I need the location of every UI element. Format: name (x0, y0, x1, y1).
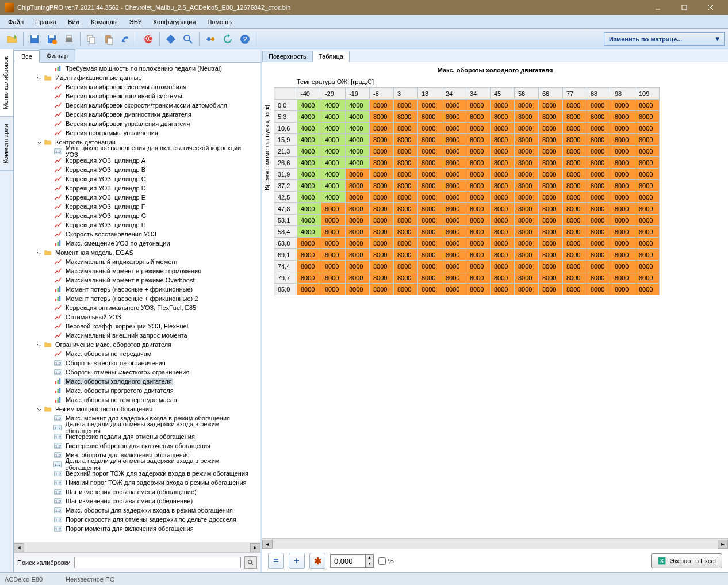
data-cell[interactable]: 8000 (466, 238, 491, 249)
data-cell[interactable]: 8000 (321, 249, 346, 261)
equal-button[interactable]: = (268, 553, 284, 569)
tree-item[interactable]: Версия калибровок скорости/трансмиссии а… (14, 101, 260, 110)
data-cell[interactable]: 8000 (515, 249, 539, 261)
data-cell[interactable]: 8000 (515, 146, 539, 157)
tree-item[interactable]: 1.2Шаг изменения состава смеси (обеднени… (14, 496, 260, 506)
data-cell[interactable]: 8000 (587, 192, 611, 203)
data-cell[interactable]: 8000 (394, 180, 418, 192)
data-cell[interactable]: 8000 (418, 215, 442, 226)
data-cell[interactable]: 8000 (539, 134, 563, 146)
data-cell[interactable]: 8000 (539, 249, 563, 261)
tree-item[interactable]: Коррекция УОЗ, цилиндр D (14, 183, 260, 193)
tree-item[interactable]: Весовой коэфф. коррекции УОЗ, FlexFuel (14, 322, 260, 331)
data-cell[interactable]: 8000 (394, 284, 418, 295)
row-header[interactable]: 37,2 (274, 180, 297, 192)
data-cell[interactable]: 8000 (587, 169, 611, 180)
tree-item[interactable]: Версия калибровок системы автомобиля (14, 82, 260, 91)
data-cell[interactable]: 8000 (466, 249, 491, 261)
data-cell[interactable]: 8000 (515, 169, 539, 180)
tree-item[interactable]: Момент потерь (насосные + фрикционные) (14, 285, 260, 294)
settings-button[interactable] (202, 31, 219, 47)
value-input[interactable] (331, 555, 365, 567)
data-cell[interactable]: 8000 (297, 249, 321, 261)
data-cell[interactable]: 8000 (611, 249, 635, 261)
data-cell[interactable]: 8000 (394, 123, 418, 134)
data-cell[interactable]: 8000 (611, 134, 635, 146)
data-cell[interactable]: 8000 (394, 157, 418, 169)
tree-item[interactable]: Скорость восстановления УОЗ (14, 230, 260, 239)
data-cell[interactable]: 8000 (491, 100, 515, 111)
tree-folder[interactable]: Режим мощностного обогащения (14, 404, 260, 414)
data-cell[interactable]: 8000 (370, 169, 394, 180)
data-cell[interactable]: 8000 (491, 272, 515, 284)
data-cell[interactable]: 8000 (394, 215, 418, 226)
export-excel-button[interactable]: X Экспорт в Excel (651, 553, 722, 568)
matrix-dropdown[interactable]: Изменить по матрице... ▾ (604, 32, 725, 46)
data-cell[interactable]: 8000 (563, 249, 587, 261)
data-cell[interactable]: 8000 (442, 203, 466, 215)
data-cell[interactable]: 8000 (515, 203, 539, 215)
tree-toggle-icon[interactable] (36, 406, 43, 412)
spinner-up[interactable]: ▲ (365, 555, 373, 561)
data-cell[interactable]: 8000 (346, 215, 370, 226)
data-cell[interactable]: 8000 (394, 111, 418, 123)
tree-item[interactable]: Максимальный индикаторный момент (14, 257, 260, 266)
data-cell[interactable]: 8000 (346, 226, 370, 238)
data-cell[interactable]: 8000 (370, 215, 394, 226)
tree-item[interactable]: 1.2Нижний порог ТОЖ для задержки входа в… (14, 478, 260, 487)
tree-item[interactable]: Момент потерь (насосные + фрикционные) 2 (14, 294, 260, 303)
data-cell[interactable]: 4000 (297, 134, 321, 146)
tree-item[interactable]: Версия программы управления (14, 128, 260, 137)
search-button[interactable] (180, 31, 196, 47)
data-cell[interactable]: 8000 (442, 226, 466, 238)
data-cell[interactable]: 8000 (442, 261, 466, 272)
data-cell[interactable]: 4000 (321, 157, 346, 169)
data-cell[interactable]: 8000 (297, 238, 321, 249)
data-cell[interactable]: 8000 (539, 169, 563, 180)
data-cell[interactable]: 8000 (515, 284, 539, 295)
data-cell[interactable]: 8000 (394, 134, 418, 146)
tree-toggle-icon[interactable] (36, 249, 43, 256)
tree-item[interactable]: Максимальный момент в режиме Overboost (14, 276, 260, 285)
tree-toggle-icon[interactable] (36, 74, 43, 81)
close-button[interactable] (698, 0, 723, 15)
data-cell[interactable]: 8000 (418, 249, 442, 261)
data-cell[interactable]: 8000 (635, 111, 660, 123)
search-go-button[interactable] (244, 556, 257, 569)
data-cell[interactable]: 8000 (442, 238, 466, 249)
data-cell[interactable]: 8000 (346, 272, 370, 284)
data-cell[interactable]: 8000 (297, 261, 321, 272)
data-cell[interactable]: 8000 (321, 226, 346, 238)
data-cell[interactable]: 8000 (611, 238, 635, 249)
tree-item[interactable]: 1.2Обороты отмены «жесткого» ограничения (14, 368, 260, 377)
data-cell[interactable]: 8000 (491, 134, 515, 146)
row-header[interactable]: 69,1 (274, 249, 297, 261)
save-as-button[interactable] (44, 31, 60, 47)
data-cell[interactable]: 8000 (442, 169, 466, 180)
data-cell[interactable]: 8000 (466, 123, 491, 134)
data-cell[interactable]: 8000 (418, 284, 442, 295)
menu-правка[interactable]: Правка (30, 17, 61, 27)
row-header[interactable]: 42,5 (274, 192, 297, 203)
data-cell[interactable]: 4000 (321, 123, 346, 134)
data-cell[interactable]: 8000 (515, 238, 539, 249)
data-cell[interactable]: 8000 (370, 157, 394, 169)
data-cell[interactable]: 8000 (515, 272, 539, 284)
tree-item[interactable]: Коррекция УОЗ, цилиндр C (14, 174, 260, 183)
data-cell[interactable]: 8000 (466, 180, 491, 192)
data-cell[interactable]: 8000 (321, 215, 346, 226)
data-cell[interactable]: 8000 (587, 284, 611, 295)
tree-item[interactable]: Максимальный момент в режиме торможения (14, 266, 260, 276)
data-cell[interactable]: 8000 (418, 157, 442, 169)
col-header[interactable]: 98 (611, 88, 635, 100)
tab-surface[interactable]: Поверхность (262, 51, 313, 62)
data-cell[interactable]: 8000 (563, 146, 587, 157)
data-cell[interactable]: 8000 (442, 100, 466, 111)
data-cell[interactable]: 4000 (346, 100, 370, 111)
data-cell[interactable]: 8000 (321, 284, 346, 295)
tree-item[interactable]: Требуемая мощность по положению педали (… (14, 64, 260, 73)
data-cell[interactable]: 8000 (346, 249, 370, 261)
data-cell[interactable]: 8000 (442, 272, 466, 284)
data-cell[interactable]: 8000 (635, 100, 660, 111)
data-cell[interactable]: 8000 (466, 261, 491, 272)
